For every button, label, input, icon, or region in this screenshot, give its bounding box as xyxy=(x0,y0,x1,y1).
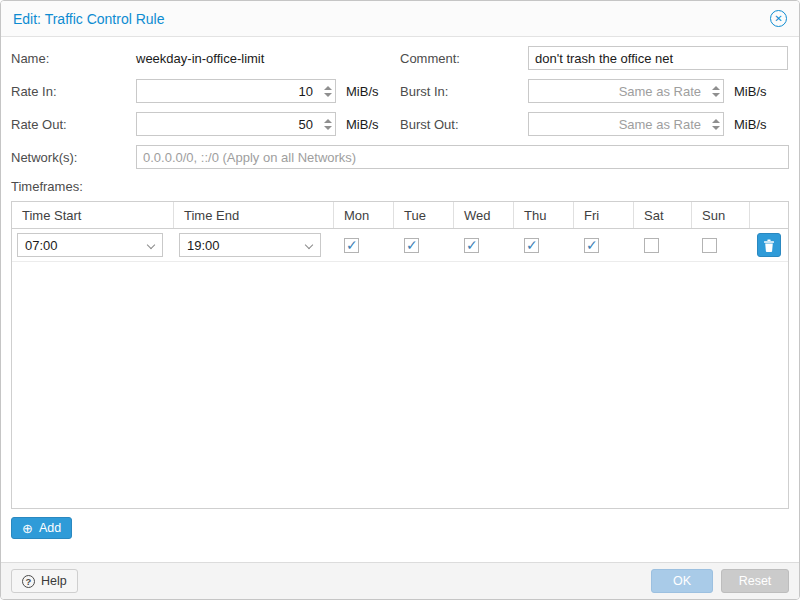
spinner-down-icon[interactable] xyxy=(324,93,332,97)
rate-out-unit: MiB/s xyxy=(346,117,379,132)
rate-out-spinner[interactable] xyxy=(320,113,335,135)
timeframe-row: 07:00 19:00 xyxy=(12,229,788,262)
column-header-time-end[interactable]: Time End xyxy=(174,202,334,228)
time-end-cell: 19:00 xyxy=(174,233,334,257)
dialog-footer: ? Help OK Reset xyxy=(1,562,799,599)
help-icon: ? xyxy=(22,575,35,588)
trash-icon xyxy=(763,239,775,252)
burst-out-input[interactable] xyxy=(528,112,724,136)
spinner-up-icon[interactable] xyxy=(712,119,720,123)
burst-out-unit: MiB/s xyxy=(734,117,767,132)
timeframes-grid-header: Time Start Time End Mon Tue Wed Thu Fri … xyxy=(12,202,788,229)
rate-in-spinner[interactable] xyxy=(320,80,335,102)
rate-out-label: Rate Out: xyxy=(11,117,136,132)
wed-cell xyxy=(454,238,514,253)
rate-in-input[interactable] xyxy=(136,79,336,103)
rate-out-input[interactable] xyxy=(136,112,336,136)
column-header-time-start[interactable]: Time Start xyxy=(12,202,174,228)
chevron-down-icon[interactable] xyxy=(305,241,313,249)
dialog-title: Edit: Traffic Control Rule xyxy=(13,11,164,27)
time-start-cell: 07:00 xyxy=(12,233,174,257)
column-header-fri[interactable]: Fri xyxy=(574,202,634,228)
grid-empty-area xyxy=(12,262,788,508)
name-label: Name: xyxy=(11,51,136,66)
burst-in-spinner[interactable] xyxy=(708,80,723,102)
dialog-titlebar: Edit: Traffic Control Rule ✕ xyxy=(1,1,799,37)
time-start-combo[interactable]: 07:00 xyxy=(17,233,163,257)
rate-out-field xyxy=(136,112,336,136)
spinner-up-icon[interactable] xyxy=(324,86,332,90)
thu-cell xyxy=(514,238,574,253)
timeframes-grid: Time Start Time End Mon Tue Wed Thu Fri … xyxy=(11,201,789,509)
burst-out-spinner[interactable] xyxy=(708,113,723,135)
burst-in-field-row: Burst In: MiB/s xyxy=(400,79,789,103)
checkbox-sat[interactable] xyxy=(644,238,659,253)
edit-traffic-control-rule-dialog: Edit: Traffic Control Rule ✕ Name: weekd… xyxy=(0,0,800,600)
help-button[interactable]: ? Help xyxy=(11,569,78,593)
spinner-up-icon[interactable] xyxy=(324,119,332,123)
column-header-thu[interactable]: Thu xyxy=(514,202,574,228)
networks-field-row: Network(s): xyxy=(11,145,789,169)
checkbox-mon[interactable] xyxy=(344,238,359,253)
checkbox-fri[interactable] xyxy=(584,238,599,253)
rate-in-field-row: Rate In: MiB/s xyxy=(11,79,400,103)
spinner-down-icon[interactable] xyxy=(712,93,720,97)
networks-label: Network(s): xyxy=(11,150,136,165)
column-header-mon[interactable]: Mon xyxy=(334,202,394,228)
column-header-sun[interactable]: Sun xyxy=(692,202,750,228)
sat-cell xyxy=(634,238,692,253)
column-header-tue[interactable]: Tue xyxy=(394,202,454,228)
burst-out-label: Burst Out: xyxy=(400,117,528,132)
dialog-body: Name: weekday-in-office-limit Comment: R… xyxy=(1,37,799,562)
fri-cell xyxy=(574,238,634,253)
checkbox-tue[interactable] xyxy=(404,238,419,253)
time-start-value: 07:00 xyxy=(25,238,58,253)
time-end-value: 19:00 xyxy=(187,238,220,253)
comment-input[interactable] xyxy=(528,46,788,70)
reset-button[interactable]: Reset xyxy=(721,569,789,593)
footer-button-group: OK Reset xyxy=(651,569,789,593)
comment-label: Comment: xyxy=(400,51,528,66)
ok-button[interactable]: OK xyxy=(651,569,713,593)
form-row-name-comment: Name: weekday-in-office-limit Comment: xyxy=(11,46,789,70)
delete-row-button[interactable] xyxy=(757,233,781,257)
burst-in-input[interactable] xyxy=(528,79,724,103)
checkbox-thu[interactable] xyxy=(524,238,539,253)
add-button-label: Add xyxy=(39,521,61,535)
spinner-down-icon[interactable] xyxy=(324,126,332,130)
actions-cell xyxy=(750,233,788,257)
checkbox-wed[interactable] xyxy=(464,238,479,253)
burst-out-field xyxy=(528,112,724,136)
column-header-sat[interactable]: Sat xyxy=(634,202,692,228)
add-icon: ⊕ xyxy=(22,522,33,535)
name-value: weekday-in-office-limit xyxy=(136,51,264,66)
burst-in-field xyxy=(528,79,724,103)
rate-in-unit: MiB/s xyxy=(346,84,379,99)
comment-field-row: Comment: xyxy=(400,46,789,70)
column-header-wed[interactable]: Wed xyxy=(454,202,514,228)
form-row-rate-out: Rate Out: MiB/s Burst Out: xyxy=(11,112,789,136)
networks-input[interactable] xyxy=(136,145,789,169)
mon-cell xyxy=(334,238,394,253)
name-field-row: Name: weekday-in-office-limit xyxy=(11,46,400,70)
close-icon[interactable]: ✕ xyxy=(770,10,787,27)
spinner-down-icon[interactable] xyxy=(712,126,720,130)
spinner-up-icon[interactable] xyxy=(712,86,720,90)
chevron-down-icon[interactable] xyxy=(147,241,155,249)
rate-in-field xyxy=(136,79,336,103)
tue-cell xyxy=(394,238,454,253)
rate-in-label: Rate In: xyxy=(11,84,136,99)
timeframes-label: Timeframes: xyxy=(11,179,789,194)
form-row-rate-in: Rate In: MiB/s Burst In: xyxy=(11,79,789,103)
help-button-label: Help xyxy=(41,574,67,588)
time-end-combo[interactable]: 19:00 xyxy=(179,233,321,257)
rate-out-field-row: Rate Out: MiB/s xyxy=(11,112,400,136)
checkbox-sun[interactable] xyxy=(702,238,717,253)
sun-cell xyxy=(692,238,750,253)
burst-in-label: Burst In: xyxy=(400,84,528,99)
burst-out-field-row: Burst Out: MiB/s xyxy=(400,112,789,136)
add-timeframe-button[interactable]: ⊕ Add xyxy=(11,517,72,539)
burst-in-unit: MiB/s xyxy=(734,84,767,99)
column-header-actions xyxy=(750,202,788,228)
